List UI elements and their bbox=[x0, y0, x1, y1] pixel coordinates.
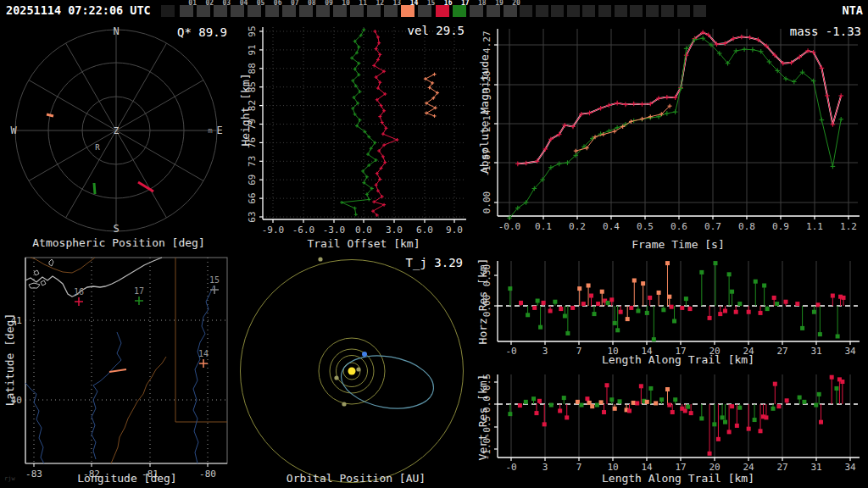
camera-box-12[interactable] bbox=[367, 5, 381, 17]
svg-text:0.9: 0.9 bbox=[772, 221, 789, 232]
camera-box-label: 19 bbox=[487, 0, 504, 7]
svg-text:0.8: 0.8 bbox=[738, 221, 755, 232]
camera-box-15[interactable] bbox=[418, 5, 431, 17]
camera-box-label: 15 bbox=[418, 0, 435, 7]
camera-box-empty bbox=[567, 5, 580, 17]
camera-box-label: 14 bbox=[401, 0, 418, 7]
camera-box-label: 16 bbox=[436, 0, 453, 7]
svg-text:0.2: 0.2 bbox=[569, 221, 586, 232]
horz-res-ylabel: Horz Res [km] bbox=[476, 234, 489, 369]
camera-box-label: 08 bbox=[299, 0, 316, 7]
svg-text:6.0: 6.0 bbox=[416, 225, 433, 236]
atmospheric-title: Atmospheric Position [deg] bbox=[8, 236, 229, 249]
camera-box-empty bbox=[630, 5, 643, 17]
map-ylabel: Latitude [deg] bbox=[3, 292, 16, 428]
camera-box-13[interactable] bbox=[384, 5, 398, 17]
svg-text:0.0: 0.0 bbox=[355, 225, 372, 236]
mass-annotation: mass -1.33 bbox=[778, 25, 861, 38]
camera-box-06[interactable] bbox=[265, 5, 279, 17]
camera-box-empty bbox=[582, 5, 595, 17]
q-value-annotation: Q* 89.9 bbox=[163, 25, 227, 39]
camera-box-label: 10 bbox=[333, 0, 350, 7]
svg-text:R: R bbox=[95, 143, 100, 152]
camera-box-05[interactable] bbox=[248, 5, 261, 17]
svg-text:16: 16 bbox=[74, 287, 84, 297]
ground-map-chart: 16171514-83-82-81-804140 bbox=[0, 250, 237, 488]
velocity-annotation: vel 29.5 bbox=[378, 24, 465, 37]
svg-text:-0: -0 bbox=[505, 462, 516, 473]
camera-box-02[interactable] bbox=[197, 5, 210, 17]
svg-text:9.0: 9.0 bbox=[446, 225, 463, 236]
svg-text:1.2: 1.2 bbox=[840, 221, 857, 232]
absolute-magnitude-chart: -0.00.10.20.40.50.60.70.80.91.11.20.00-1… bbox=[475, 20, 868, 258]
horz-res-xlabel: Length Along Trail [km] bbox=[551, 353, 805, 366]
camera-box-19[interactable] bbox=[487, 5, 500, 17]
camera-box-10[interactable] bbox=[333, 5, 347, 17]
camera-box-label: 12 bbox=[367, 0, 384, 7]
camera-box-label: 03 bbox=[214, 0, 231, 7]
svg-text:0.1: 0.1 bbox=[535, 221, 552, 232]
svg-text:0.7: 0.7 bbox=[704, 221, 721, 232]
camera-box-label: 05 bbox=[248, 0, 264, 7]
camera-box-18[interactable] bbox=[470, 5, 483, 17]
svg-text:m: m bbox=[208, 126, 212, 135]
camera-box-label: 13 bbox=[384, 0, 401, 7]
svg-text:31: 31 bbox=[810, 346, 821, 357]
network-label: NTA bbox=[834, 3, 863, 17]
horz-res-chart: -03710141720242731340.300.00 bbox=[475, 250, 868, 364]
camera-box-14[interactable] bbox=[401, 5, 415, 17]
camera-box-label: 01 bbox=[180, 0, 197, 7]
vert-res-xlabel: Length Along Trail [km] bbox=[551, 472, 805, 485]
camera-box-label: 11 bbox=[350, 0, 367, 7]
camera-box-label: 02 bbox=[197, 0, 214, 7]
svg-text:17: 17 bbox=[134, 286, 144, 296]
camera-box-03[interactable] bbox=[214, 5, 227, 17]
camera-box-20[interactable] bbox=[504, 5, 517, 17]
camera-box-label: 07 bbox=[282, 0, 299, 7]
svg-text:-0.0: -0.0 bbox=[498, 221, 521, 232]
meteor-analysis-dashboard: 20251114 07:22:06 UTC 010203040506070809… bbox=[0, 0, 868, 488]
camera-box-04[interactable] bbox=[231, 5, 244, 17]
camera-box-16[interactable] bbox=[436, 5, 449, 17]
svg-text:66: 66 bbox=[247, 192, 258, 203]
atmospheric-position-chart: NSWEZRm bbox=[0, 20, 237, 258]
camera-box-11[interactable] bbox=[350, 5, 364, 17]
camera-box-17[interactable] bbox=[453, 5, 466, 17]
camera-box-label: 17 bbox=[453, 0, 470, 7]
orbit-title: Orbital Position [AU] bbox=[246, 472, 466, 485]
svg-text:E: E bbox=[216, 125, 222, 136]
watermark: rjw bbox=[4, 475, 15, 482]
svg-text:31: 31 bbox=[810, 462, 821, 473]
camera-box-label: 06 bbox=[265, 0, 282, 7]
camera-box-empty bbox=[520, 5, 532, 17]
camera-box-label: 09 bbox=[316, 0, 333, 7]
camera-box-empty bbox=[536, 5, 548, 17]
svg-text:3.0: 3.0 bbox=[386, 225, 403, 236]
svg-text:34: 34 bbox=[844, 462, 856, 473]
camera-box-08[interactable] bbox=[299, 5, 313, 17]
timestamp-utc: 20251114 07:22:06 UTC bbox=[6, 3, 151, 17]
camera-box-label: 20 bbox=[504, 0, 520, 7]
magnitude-xlabel: Frame Time [s] bbox=[551, 238, 805, 251]
svg-text:34: 34 bbox=[844, 346, 856, 357]
camera-box-empty bbox=[551, 5, 564, 17]
svg-text:Z: Z bbox=[114, 125, 120, 136]
trail-ylabel: Height [km] bbox=[239, 42, 252, 178]
camera-box-label: 18 bbox=[470, 0, 487, 7]
tisserand-annotation: T_j 3.29 bbox=[380, 256, 463, 269]
svg-text:S: S bbox=[113, 223, 119, 235]
camera-box-empty bbox=[693, 5, 706, 17]
svg-text:N: N bbox=[113, 25, 119, 37]
trail-offset-chart: -9.0-6.0-3.00.03.06.09.09591888582797673… bbox=[237, 20, 475, 258]
svg-text:14: 14 bbox=[198, 349, 209, 358]
camera-box-01[interactable] bbox=[180, 5, 193, 17]
svg-text:3: 3 bbox=[542, 462, 548, 473]
vert-res-chart: -03710141720242731340.50.0-0.5-1.0 bbox=[475, 364, 868, 488]
camera-box-07[interactable] bbox=[282, 5, 296, 17]
camera-box-empty bbox=[661, 5, 674, 17]
camera-box-09[interactable] bbox=[316, 5, 330, 17]
camera-box-empty bbox=[615, 5, 627, 17]
svg-text:95: 95 bbox=[247, 25, 258, 36]
magnitude-ylabel: Absolute Magnitude bbox=[478, 30, 491, 199]
svg-text:3: 3 bbox=[542, 346, 548, 357]
